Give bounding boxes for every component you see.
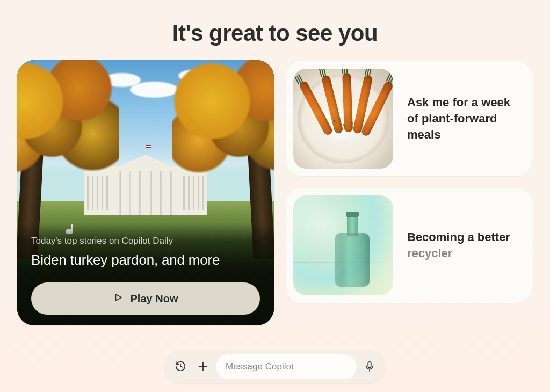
suggestion-image-recycler (293, 195, 393, 295)
daily-overlay: Today's top stories on Copilot Daily Bid… (17, 223, 274, 325)
message-input[interactable] (226, 361, 347, 372)
message-input-bar (164, 350, 386, 383)
suggestion-card-recycler[interactable]: Becoming a better recycler (286, 188, 533, 303)
message-input-wrap[interactable] (216, 354, 357, 379)
daily-story-card[interactable]: Today's top stories on Copilot Daily Bid… (17, 60, 274, 325)
content-row: Today's top stories on Copilot Daily Bid… (17, 60, 533, 325)
history-button[interactable] (171, 357, 190, 376)
play-now-label: Play Now (131, 293, 178, 305)
voice-button[interactable] (360, 357, 379, 376)
history-icon (175, 360, 186, 374)
plus-icon (197, 360, 209, 374)
suggestion-image-meals (293, 69, 393, 169)
suggestions-column: Ask me for a week of plant-forward meals… (286, 60, 533, 303)
suggestion-text-muted: recycler (407, 246, 452, 260)
play-icon (113, 293, 123, 305)
svg-rect-3 (368, 361, 371, 367)
suggestion-text: Ask me for a week of plant-forward meals (407, 95, 520, 142)
play-now-button[interactable]: Play Now (31, 282, 260, 315)
daily-headline: Biden turkey pardon, and more (31, 252, 260, 268)
daily-kicker: Today's top stories on Copilot Daily (31, 236, 260, 246)
add-button[interactable] (193, 357, 213, 376)
greeting-heading: It's great to see you (172, 20, 378, 46)
microphone-icon (364, 360, 375, 374)
suggestion-card-meals[interactable]: Ask me for a week of plant-forward meals (286, 61, 533, 176)
suggestion-text: Becoming a better recycler (407, 229, 520, 261)
suggestion-text-main: Ask me for a week of plant-forward meals (407, 96, 510, 141)
suggestion-text-main: Becoming a better (407, 230, 510, 244)
svg-marker-0 (115, 294, 121, 301)
